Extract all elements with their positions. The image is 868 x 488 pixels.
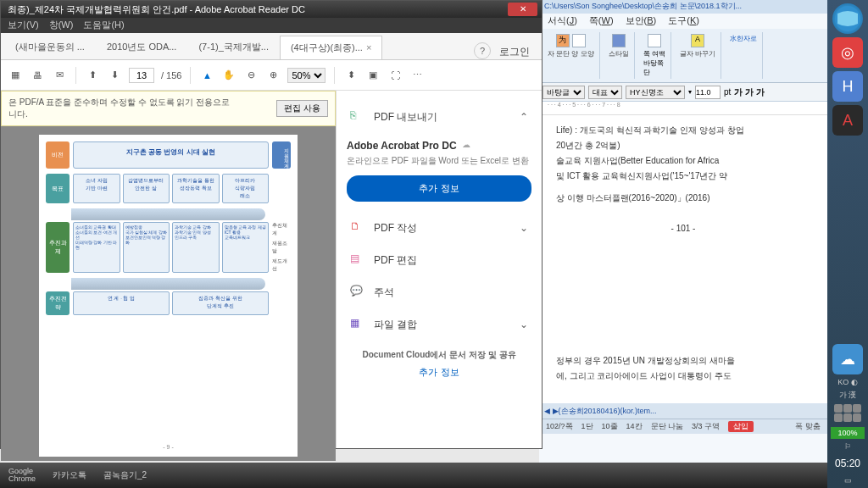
taskbar-item[interactable]: Google Chrome [0,463,44,488]
battery-indicator[interactable]: 100% [831,427,865,439]
diagram-side-item: 제도개선 [272,258,291,273]
status-split: 문단 나눔 [651,421,684,432]
app-icon-camera[interactable]: ◎ [832,37,863,68]
ribbon-group-hanja[interactable]: 水한자로 [725,32,763,79]
pro-title: Adobe Acrobat Pro DC [347,140,457,152]
tray-icon[interactable] [834,404,843,413]
tray-icon[interactable] [853,413,861,422]
comment-row[interactable]: 💬 주석 [347,276,531,308]
status-fit: 폭 맞춤 [795,421,821,432]
create-pdf-row[interactable]: 🗋 PDF 작성 ⌄ [347,212,531,244]
menu-page[interactable]: 쪽(W) [586,14,617,29]
diagram-arrow [71,208,265,220]
menu-view[interactable]: 보기(V) [8,19,39,32]
page-number-input[interactable] [129,68,154,83]
create-pdf-icon: 🗋 [350,220,365,236]
hand-icon[interactable]: ✋ [221,68,236,83]
tray-icon[interactable] [843,413,852,422]
hwp-document-tab[interactable]: ◀ ▶ (손송희20180416)(kor.)tem... [539,403,827,419]
tray-lang[interactable]: KO ◐ [830,378,865,386]
status-line: 10줄 [602,421,618,432]
menu-tools[interactable]: 도구(K) [665,14,703,29]
doc-line: 20년간 총 2억불) [556,139,810,152]
tray-icons[interactable] [831,404,865,422]
taskbar: Google Chrome 카카오톡 곰녹음기_2 [0,463,827,488]
comment-icon: 💬 [350,285,365,300]
doc-tab[interactable]: (7-1)_국제개발... [187,35,280,59]
tray-icon[interactable] [843,404,852,413]
acrobat-document-area: 은 PDF/A 표준을 준수하며 수정할 수 없도록 읽기 전용으로 니다. 편… [1,91,336,448]
style-select[interactable]: 바탕글 [542,86,585,99]
hwp-ribbon: 为 자 문단 양 모양 스타일 쪽 여백바탕쪽단 A 글자 바꾸기 水한자로 [539,29,827,83]
size-input[interactable] [695,86,721,99]
tray-icon[interactable] [853,404,861,413]
login-link[interactable]: 로그인 [491,45,538,59]
menu-format[interactable]: 서식(J) [544,14,581,29]
menu-window[interactable]: 창(W) [49,19,74,32]
diagram-vision-label: 비전 [46,141,70,169]
document-viewport[interactable]: 비전 지구촌 공동 번영의 시대 실현 지원체계 목표 소녀 자립 기반 마련 … [1,126,336,461]
ribbon-group-char[interactable]: 为 자 문단 양 모양 [542,32,600,79]
export-icon: ⎘ [350,109,365,125]
zoom-select[interactable]: 50% [287,68,326,83]
mail-icon[interactable]: ✉ [52,68,67,83]
start-button[interactable] [832,3,863,34]
fit-page-icon[interactable]: ▣ [365,68,381,83]
zoom-out-icon[interactable]: ⊖ [243,68,259,83]
tab-close-icon[interactable]: × [366,42,371,53]
sidebar-toggle-icon[interactable]: ▦ [8,68,23,83]
bold-buttons[interactable]: 가 가 가 [734,86,765,98]
window-title: 최종)_제24차 국제개발협력위원회 안건.pdf - Adobe Acroba… [8,3,305,16]
pdfa-notice: 은 PDF/A 표준을 준수하며 수정할 수 없도록 읽기 전용으로 니다. 편… [1,91,336,126]
more-icon[interactable]: ⋯ [409,68,425,83]
fullscreen-icon[interactable]: ⛶ [387,68,403,83]
repr-select[interactable]: 대표 [588,86,622,99]
taskbar-item[interactable]: 카카오톡 [44,463,95,488]
menu-security[interactable]: 보안(B) [622,14,660,29]
diagram-strategy-label: 추진전략 [46,291,70,315]
print-icon[interactable]: 🖶 [30,68,45,83]
taskbar-item[interactable]: 곰녹음기_2 [95,463,155,488]
diagram-goal: 감염병으로부터 안전한 삶 [123,174,170,203]
select-icon[interactable]: ▲ [199,68,214,83]
fit-width-icon[interactable]: ⬍ [343,68,359,83]
cloud-more-link[interactable]: 추가 정보 [347,366,531,379]
doc-tab[interactable]: 2010년도 ODA... [96,35,188,59]
clock[interactable]: 05:20 [835,458,860,469]
tray-ime[interactable]: 가 漢 [830,390,865,401]
ribbon-group-style[interactable]: 스타일 [604,32,635,79]
help-icon[interactable]: ? [474,42,491,59]
comment-label: 주석 [374,286,394,300]
page-total: / 156 [161,70,181,80]
tray-flag-icon[interactable]: ⚐ [830,442,865,451]
more-info-button[interactable]: 추가 정보 [347,175,531,202]
ribbon-group-margin[interactable]: 쪽 여백바탕쪽단 [638,32,671,79]
system-sidebar: ◎ H A ☁ KO ◐ 가 漢 100% ⚐ 05:20 ▭ [827,0,868,488]
doc-line: 술교육 지원사업(Better Education for Africa [556,154,810,168]
zoom-in-icon[interactable]: ⊕ [265,68,281,83]
acrobat-titlebar[interactable]: 최종)_제24차 국제개발협력위원회 안건.pdf - Adobe Acroba… [1,1,542,18]
close-button[interactable]: ✕ [508,3,537,16]
menu-help[interactable]: 도움말(H) [83,19,124,32]
enable-editing-button[interactable]: 편집 사용 [276,100,328,117]
doc-tab-active[interactable]: (4대구상)(최종)...× [280,36,382,59]
combine-row[interactable]: ▦ 파일 결합 ⌄ [347,308,531,341]
export-pdf-row[interactable]: ⎘ PDF 내보내기 ⌃ [347,101,531,133]
font-select[interactable]: HY신명조 [626,86,685,99]
app-icon-acrobat[interactable]: A [832,105,863,136]
page-up-icon[interactable]: ⬆ [85,68,100,83]
app-icon-hwp[interactable]: H [832,71,863,102]
pdf-page-number: - 9 - [39,444,298,450]
edit-pdf-row[interactable]: ▤ PDF 편집 [347,244,531,276]
hwp-statusbar: 102/?쪽 1단 10줄 14칸 문단 나눔 3/3 구역 삽입 폭 맞춤 [539,419,827,434]
hwp-formatbar: 바탕글 대표 HY신명조 ▾ pt 가 가 가 [539,83,827,102]
app-icon-cloud[interactable]: ☁ [832,344,863,374]
ribbon-group-replace[interactable]: A 글자 바꾸기 [675,32,721,79]
tray-icon[interactable] [834,413,843,422]
doc-tab[interactable]: (새마을운동의 ... [4,35,96,59]
show-desktop[interactable]: ▭ [830,476,865,485]
diagram-goal-label: 목표 [46,174,70,203]
status-insert: 삽입 [728,421,754,432]
page-down-icon[interactable]: ⬇ [107,68,122,83]
diagram-vision-text: 지구촌 공동 번영의 시대 실현 [73,141,269,169]
